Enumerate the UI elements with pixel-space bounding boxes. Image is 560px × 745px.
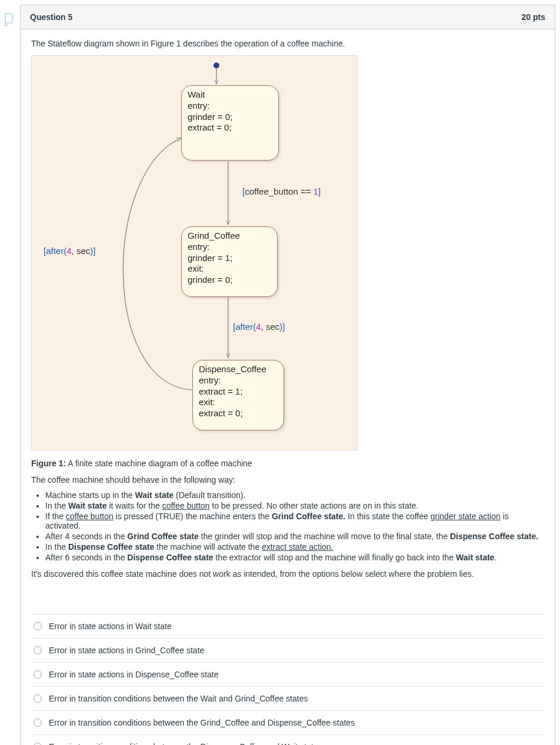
radio-icon[interactable] <box>34 719 42 727</box>
list-item: In the Wait state it waits for the coffe… <box>45 501 544 510</box>
radio-icon[interactable] <box>34 694 42 703</box>
option-label: Error in transition conditions between t… <box>49 718 355 727</box>
figure-caption: Figure 1: A finite state machine diagram… <box>31 459 544 468</box>
state-grind-body: entry: grinder = 1; exit: grinder = 0; <box>188 242 232 285</box>
radio-icon[interactable] <box>34 622 42 630</box>
behavior-list: Machine starts up in the Wait state (Def… <box>31 490 544 562</box>
question-title: Question 5 <box>30 12 72 22</box>
transition-coffee-button: [coffee_button == 1] <box>242 186 321 196</box>
state-dispense: Dispense_Coffee entry: extract = 1; exit… <box>192 360 284 430</box>
radio-icon[interactable] <box>34 743 42 745</box>
option-1[interactable]: Error in state actions in Grind_Coffee s… <box>31 639 544 663</box>
list-item: Machine starts up in the Wait state (Def… <box>45 490 544 500</box>
option-label: Error in state actions in Grind_Coffee s… <box>49 646 204 655</box>
question-header: Question 5 20 pts <box>21 5 555 29</box>
intro-text: The Stateflow diagram shown in Figure 1 … <box>31 39 544 48</box>
question-points: 20 pts <box>522 12 545 22</box>
question-body: The Stateflow diagram shown in Figure 1 … <box>21 29 555 745</box>
state-grind: Grind_Coffee entry: grinder = 1; exit: g… <box>181 226 278 297</box>
option-label: Error in transition conditions between t… <box>49 694 308 703</box>
state-wait: Wait entry: grinder = 0; extract = 0; <box>181 85 279 161</box>
list-item: In the Dispense Coffee state the machine… <box>45 542 544 552</box>
option-3[interactable]: Error in transition conditions between t… <box>31 687 544 711</box>
radio-icon[interactable] <box>34 670 42 679</box>
answer-options: Error in state actions in Wait state Err… <box>31 614 544 745</box>
state-dispense-body: entry: extract = 1; exit: extract = 0; <box>199 375 243 418</box>
stateflow-diagram: Wait entry: grinder = 0; extract = 0; Gr… <box>31 55 358 450</box>
behavior-intro: The coffee machine should behave in the … <box>31 475 544 485</box>
state-grind-name: Grind_Coffee <box>188 230 240 240</box>
option-label: Error in state actions in Wait state <box>49 622 172 631</box>
list-item: After 4 seconds in the Grind Coffee stat… <box>45 532 544 541</box>
option-4[interactable]: Error in transition conditions between t… <box>31 711 544 735</box>
flag-icon[interactable] <box>5 13 13 24</box>
list-item: After 6 seconds in the Dispense Coffee s… <box>45 553 544 562</box>
radio-icon[interactable] <box>34 646 42 654</box>
option-2[interactable]: Error in state actions in Dispense_Coffe… <box>31 663 544 687</box>
svg-point-0 <box>214 62 219 68</box>
option-label: Error in state actions in Dispense_Coffe… <box>49 670 218 679</box>
caption-label: Figure 1: <box>31 459 66 468</box>
state-wait-body: entry: grinder = 0; extract = 0; <box>188 101 232 133</box>
question-card: Question 5 20 pts The Stateflow diagram … <box>20 5 555 745</box>
state-dispense-name: Dispense_Coffee <box>199 364 266 374</box>
transition-after4-a: [after(4, sec)] <box>233 322 285 332</box>
problem-prompt: It's discovered this coffee state machin… <box>31 569 544 579</box>
option-5[interactable]: Error in transition conditions between t… <box>31 735 544 745</box>
list-item: If the coffee button is pressed (TRUE) t… <box>45 512 544 530</box>
option-label: Error in transition conditions between t… <box>49 742 322 745</box>
state-wait-name: Wait <box>188 89 205 99</box>
option-0[interactable]: Error in state actions in Wait state <box>31 614 544 639</box>
transition-after4-b: [after(4, sec)] <box>44 246 95 256</box>
caption-text: A finite state machine diagram of a coff… <box>66 459 252 468</box>
